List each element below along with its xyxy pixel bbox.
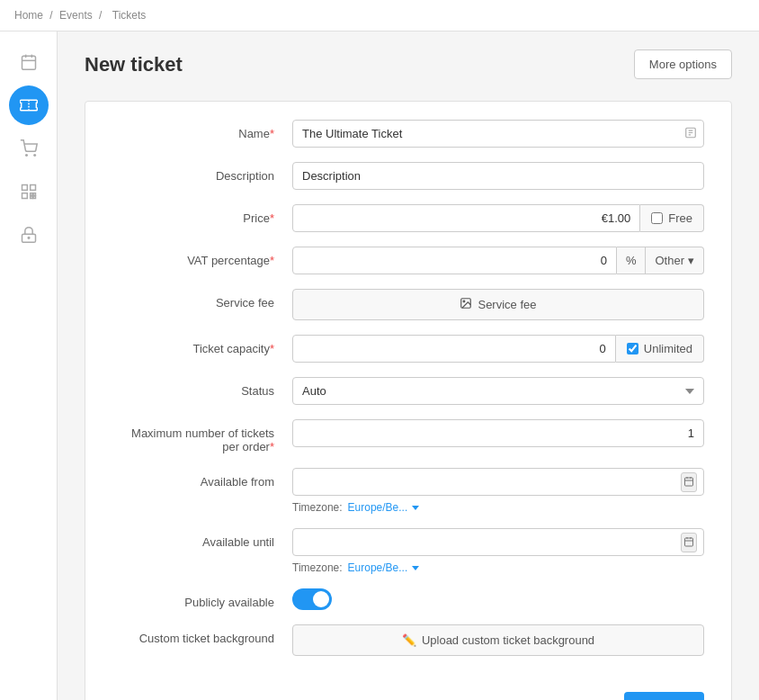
name-row: Name* xyxy=(112,120,704,148)
sidebar-item-calendar[interactable] xyxy=(9,42,49,82)
name-icon xyxy=(684,126,697,141)
sidebar-item-ticket[interactable] xyxy=(9,85,49,125)
name-input[interactable] xyxy=(292,120,704,148)
pencil-icon: ✏️ xyxy=(402,633,416,647)
max-tickets-input[interactable] xyxy=(292,419,704,447)
status-label: Status xyxy=(112,377,292,398)
more-options-button[interactable]: More options xyxy=(634,49,732,79)
free-checkbox-wrap: Free xyxy=(640,204,704,232)
breadcrumb-events[interactable]: Events xyxy=(59,9,93,22)
capacity-input[interactable] xyxy=(292,335,616,363)
main-content: New ticket More options Name* Descriptio… xyxy=(58,31,759,700)
svg-rect-12 xyxy=(30,196,32,199)
svg-rect-9 xyxy=(22,193,27,199)
svg-rect-26 xyxy=(685,538,693,546)
service-fee-button[interactable]: Service fee xyxy=(292,289,704,320)
custom-background-row: Custom ticket background ✏️ Upload custo… xyxy=(112,624,704,656)
available-from-input[interactable] xyxy=(292,468,704,496)
vat-other-dropdown[interactable]: Other ▾ xyxy=(646,247,704,274)
description-row: Description xyxy=(112,162,704,190)
breadcrumb-home[interactable]: Home xyxy=(14,9,43,22)
available-from-row: Available from Timezone: Europe/Be... xyxy=(112,468,704,514)
breadcrumb-current: Tickets xyxy=(112,9,147,22)
image-icon xyxy=(460,297,472,312)
ticket-capacity-label: Ticket capacity* xyxy=(112,335,292,355)
sidebar-item-qr[interactable] xyxy=(9,172,49,211)
svg-rect-13 xyxy=(33,193,36,196)
description-label: Description xyxy=(112,162,292,183)
timezone-from-select[interactable]: Europe/Be... xyxy=(348,501,421,514)
page-title: New ticket xyxy=(85,53,183,76)
form-actions: Cancel Save xyxy=(112,678,704,700)
svg-rect-11 xyxy=(33,196,36,199)
vat-percent-symbol: % xyxy=(617,247,647,274)
timezone-from-label: Timezone: xyxy=(292,501,343,514)
calendar-until-icon[interactable] xyxy=(681,533,697,552)
chevron-down-icon: ▾ xyxy=(688,254,694,267)
svg-rect-22 xyxy=(685,478,693,486)
available-until-row: Available until Timezone: Europe/Be... xyxy=(112,528,704,574)
breadcrumb: Home / Events / Tickets xyxy=(0,0,759,31)
max-tickets-label: Maximum number of tickets per order* xyxy=(112,419,292,453)
sidebar: i xyxy=(0,31,58,700)
svg-point-6 xyxy=(33,155,35,157)
publicly-available-toggle[interactable] xyxy=(292,588,332,610)
svg-rect-7 xyxy=(22,185,27,191)
svg-point-21 xyxy=(464,301,466,302)
available-until-label: Available until xyxy=(112,528,292,549)
available-from-label: Available from xyxy=(112,468,292,489)
unlimited-wrap: Unlimited xyxy=(616,335,704,363)
publicly-available-label: Publicly available xyxy=(112,588,292,609)
status-row: Status Auto Active Inactive xyxy=(112,377,704,405)
status-select[interactable]: Auto Active Inactive xyxy=(292,377,704,405)
free-label[interactable]: Free xyxy=(668,211,692,225)
unlimited-checkbox[interactable] xyxy=(627,343,638,354)
name-label: Name* xyxy=(112,120,292,140)
save-button[interactable]: Save xyxy=(624,692,704,700)
svg-point-5 xyxy=(25,155,27,157)
cancel-button[interactable]: Cancel xyxy=(112,694,184,701)
service-fee-row: Service fee Service fee xyxy=(112,289,704,320)
calendar-from-icon[interactable] xyxy=(681,472,697,492)
form-container: Name* Description Price* xyxy=(85,101,732,700)
price-row: Price* Free xyxy=(112,204,704,232)
free-checkbox[interactable] xyxy=(651,212,663,224)
max-tickets-row: Maximum number of tickets per order* xyxy=(112,419,704,453)
custom-background-label: Custom ticket background xyxy=(112,624,292,645)
svg-rect-8 xyxy=(30,185,35,191)
upload-background-button[interactable]: ✏️ Upload custom ticket background xyxy=(292,624,704,656)
svg-point-15 xyxy=(28,238,30,239)
timezone-until-label: Timezone: xyxy=(292,561,343,574)
vat-row: VAT percentage* % Other ▾ xyxy=(112,247,704,274)
svg-rect-0 xyxy=(22,56,35,69)
vat-label: VAT percentage* xyxy=(112,247,292,267)
svg-rect-10 xyxy=(30,193,32,196)
ticket-capacity-row: Ticket capacity* Unlimited xyxy=(112,335,704,363)
vat-input[interactable] xyxy=(292,247,617,274)
sidebar-item-lock[interactable] xyxy=(9,215,49,255)
available-until-input[interactable] xyxy=(292,528,704,556)
page-header: New ticket More options xyxy=(85,49,732,79)
timezone-until-select[interactable]: Europe/Be... xyxy=(348,561,421,574)
service-fee-label: Service fee xyxy=(112,289,292,310)
publicly-available-row: Publicly available xyxy=(112,588,704,610)
price-label: Price* xyxy=(112,204,292,225)
sidebar-item-cart[interactable] xyxy=(9,129,49,168)
unlimited-label[interactable]: Unlimited xyxy=(644,342,692,355)
description-input[interactable] xyxy=(292,162,704,190)
price-input[interactable] xyxy=(292,204,640,232)
